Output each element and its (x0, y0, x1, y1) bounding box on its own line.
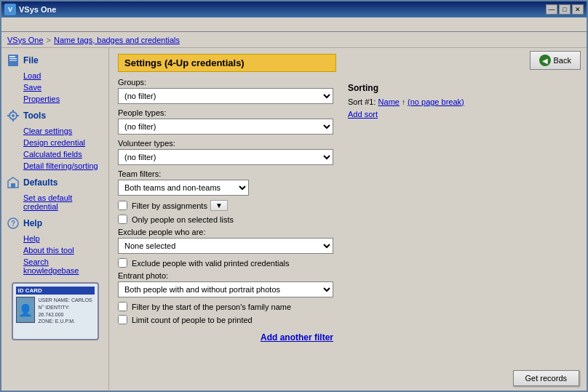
people-types-select[interactable]: (no filter) (118, 119, 333, 135)
entrant-photo-row: Entrant photo: Both people with and with… (118, 271, 336, 297)
bottom-bar: Get records (513, 370, 579, 386)
id-card-illustration: ID CARD 👤 USER NAME: CARLOS N° IDENTITY:… (6, 282, 104, 340)
team-filters-label: Team filters: (118, 169, 336, 178)
sort1-pagebreak-link[interactable]: (no page break) (408, 97, 464, 106)
id-card-header: ID CARD (16, 287, 95, 295)
sidebar-file-header: File (1, 51, 108, 70)
svg-text:?: ? (11, 220, 15, 228)
sidebar-item-about[interactable]: About this tool (1, 244, 108, 256)
breadcrumb-separator: > (47, 36, 51, 44)
menu-bar (1, 17, 587, 32)
limit-count-label[interactable]: Limit count of people to be printed (132, 316, 253, 324)
sidebar-defaults-header: Defaults (1, 173, 108, 192)
sidebar-tools-header: Tools (1, 106, 108, 125)
svg-rect-3 (9, 60, 17, 61)
tools-icon (6, 108, 20, 123)
sort1-name-link[interactable]: Name (378, 97, 400, 106)
groups-label: Groups: (118, 78, 336, 87)
sidebar-item-properties[interactable]: Properties (1, 93, 108, 105)
sort1-row: Sort #1: Name ↑ (no page break) (348, 97, 578, 106)
back-button[interactable]: ◀ Back (530, 51, 581, 70)
groups-select[interactable]: (no filter) (118, 88, 333, 104)
team-filters-select[interactable]: Both teams and non-teams Teams only Non-… (118, 180, 249, 196)
exclude-valid-checkbox[interactable] (118, 258, 127, 268)
exclude-row: Exclude people who are: None selected (118, 228, 336, 254)
sidebar-item-calculated-fields[interactable]: Calculated fields (1, 148, 108, 160)
volunteer-types-select[interactable]: (no filter) (118, 149, 333, 165)
defaults-icon (6, 175, 20, 190)
entrant-photo-label: Entrant photo: (118, 271, 336, 280)
breadcrumb-parent[interactable]: VSys One (7, 36, 44, 44)
only-selected-lists-row: Only people on selected lists (118, 215, 336, 224)
content-area: Settings (4-Up credentials) Groups: (no … (109, 48, 587, 392)
limit-count-checkbox[interactable] (118, 315, 127, 324)
app-icon: V (4, 4, 16, 15)
breadcrumb: VSys One > Name tags, badges and credent… (1, 32, 587, 48)
volunteer-types-row: Volunteer types: (no filter) (118, 139, 336, 165)
exclude-label: Exclude people who are: (118, 228, 336, 236)
id-card-photo: 👤 (16, 297, 36, 323)
sidebar-item-help[interactable]: Help (1, 233, 108, 244)
sidebar-file-label: File (23, 55, 39, 65)
only-selected-lists-checkbox[interactable] (118, 215, 127, 224)
sidebar-section-tools: Tools Clear settings Design credential C… (1, 106, 108, 172)
svg-rect-2 (9, 58, 17, 59)
sidebar-defaults-label: Defaults (23, 177, 57, 188)
svg-point-5 (12, 114, 15, 117)
app-icon-letter: V (8, 6, 12, 13)
svg-rect-10 (11, 183, 15, 188)
id-card-text: USER NAME: CARLOS N° IDENTITY: 26.742.00… (38, 297, 94, 325)
only-selected-lists-label[interactable]: Only people on selected lists (132, 215, 234, 224)
sidebar-item-clear-settings[interactable]: Clear settings (1, 125, 108, 137)
sidebar-help-label: Help (23, 218, 42, 228)
close-button[interactable]: ✕ (572, 4, 584, 15)
exclude-valid-label[interactable]: Exclude people with valid printed creden… (132, 259, 289, 268)
sidebar-help-header: ? Help (1, 214, 108, 233)
entrant-photo-select[interactable]: Both people with and without portrait ph… (118, 281, 333, 297)
people-types-row: People types: (no filter) (118, 108, 336, 135)
sorting-title: Sorting (348, 83, 578, 93)
sort1-prefix: Sort #1: (348, 97, 376, 106)
filter-family-row: Filter by the start of the person's fami… (118, 302, 336, 311)
add-another-filter-link[interactable]: Add another filter (261, 332, 333, 343)
filter-btn[interactable]: ▼ (210, 200, 228, 211)
sidebar-item-set-default[interactable]: Set as default credential (1, 192, 108, 212)
people-types-label: People types: (118, 108, 336, 117)
breadcrumb-current[interactable]: Name tags, badges and credentials (54, 36, 180, 44)
sidebar-section-defaults: Defaults Set as default credential (1, 173, 108, 212)
window-controls: — □ ✕ (546, 4, 584, 15)
sidebar: File Load Save Properties (1, 48, 109, 392)
limit-count-row: Limit count of people to be printed (118, 315, 336, 324)
filter-family-label[interactable]: Filter by the start of the person's fami… (132, 303, 291, 311)
sort1-arrow: ↑ (402, 98, 405, 106)
sidebar-item-detail-filtering[interactable]: Detail filtering/sorting (1, 160, 108, 172)
sidebar-item-save[interactable]: Save (1, 81, 108, 93)
minimize-button[interactable]: — (546, 4, 557, 15)
back-label: Back (554, 56, 571, 65)
sidebar-item-search-kb[interactable]: Search knowledgebase (1, 256, 108, 276)
team-filters-row: Team filters: Both teams and non-teams T… (118, 169, 336, 196)
back-icon: ◀ (539, 55, 551, 66)
svg-rect-1 (9, 56, 15, 57)
window-title: VSys One (19, 5, 56, 14)
sidebar-item-design-credential[interactable]: Design credential (1, 137, 108, 148)
title-bar: V VSys One — □ ✕ (1, 1, 587, 17)
filter-assignments-row: Filter by assignments ▼ (118, 200, 336, 211)
groups-row: Groups: (no filter) (118, 78, 336, 104)
volunteer-types-label: Volunteer types: (118, 139, 336, 148)
file-icon (6, 53, 20, 68)
sorting-section: Sorting Sort #1: Name ↑ (no page break) … (348, 83, 578, 119)
sidebar-section-file: File Load Save Properties (1, 51, 108, 105)
sidebar-section-help: ? Help Help About this tool Search knowl… (1, 214, 108, 276)
exclude-select[interactable]: None selected (118, 238, 333, 254)
filter-assignments-label[interactable]: Filter by assignments (132, 201, 207, 210)
sidebar-item-load[interactable]: Load (1, 70, 108, 81)
get-records-button[interactable]: Get records (513, 370, 579, 386)
filter-family-checkbox[interactable] (118, 302, 127, 311)
content-title: Settings (4-Up credentials) (118, 54, 336, 72)
filter-assignments-checkbox[interactable] (118, 201, 127, 210)
help-icon: ? (6, 216, 20, 231)
exclude-valid-row: Exclude people with valid printed creden… (118, 258, 336, 268)
add-sort-link[interactable]: Add sort (348, 110, 378, 119)
maximize-button[interactable]: □ (559, 4, 571, 15)
